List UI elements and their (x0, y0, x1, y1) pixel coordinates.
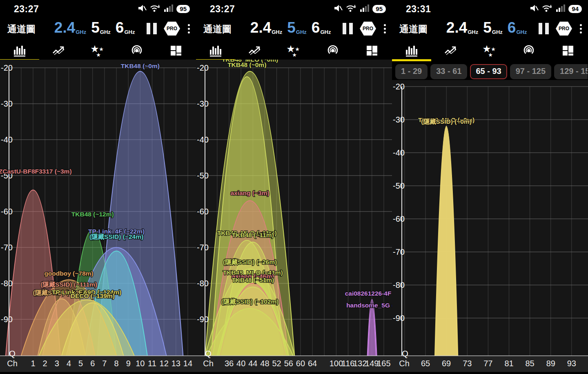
svg-text:★: ★ (292, 52, 297, 58)
svg-text:Q: Q (205, 349, 212, 358)
cellular-signal-icon (164, 4, 174, 14)
tab-rating[interactable]: ★★★ (78, 40, 118, 61)
tab-time-graph[interactable] (431, 40, 470, 61)
chip-33-61[interactable]: 33 - 61 (430, 64, 467, 79)
svg-text:-70: -70 (197, 243, 209, 252)
status-time: 23:27 (14, 4, 39, 15)
svg-text:★: ★ (295, 46, 300, 52)
svg-text:-30: -30 (393, 115, 405, 124)
pause-button[interactable] (343, 23, 353, 34)
band-6ghz[interactable]: 6GHz (312, 20, 331, 36)
svg-text:★: ★ (96, 52, 101, 58)
chip-65-93[interactable]: 65 - 93 (470, 64, 507, 79)
status-time: 23:31 (406, 4, 431, 15)
tab-time-graph[interactable] (39, 40, 78, 61)
svg-text:5: 5 (78, 359, 83, 368)
channel-graph-2_4ghz[interactable]: -20-30-40-50-60-70-80-90TKB48 (~0m)EZCas… (0, 60, 196, 374)
svg-text:85: 85 (526, 359, 535, 368)
channel-range-chips: 1 - 2933 - 6165 - 9397 - 125129 - 157161… (392, 61, 588, 82)
svg-text:56: 56 (284, 359, 293, 368)
wifi-icon (150, 4, 161, 14)
tab-channel-graph[interactable] (196, 40, 235, 61)
band-5ghz[interactable]: 5GHz (287, 20, 307, 36)
status-bar: 23:31 94 (392, 0, 588, 18)
tab-overview[interactable] (548, 40, 588, 61)
svg-text:52: 52 (272, 359, 281, 368)
svg-text:(隱藏SSID) (~0m): (隱藏SSID) (~0m) (421, 118, 472, 125)
band-5ghz[interactable]: 5GHz (91, 20, 111, 36)
tab-access-points[interactable] (313, 40, 352, 61)
band-2_4ghz[interactable]: 2.4GHz (54, 20, 86, 36)
svg-text:-20: -20 (393, 82, 405, 91)
tab-rating[interactable]: ★★★ (274, 40, 314, 61)
svg-text:7: 7 (102, 359, 107, 368)
panel-5ghz: 23:27 95 通道圖 2.4GHz 5GHz 6GHz PRO (196, 0, 392, 374)
tab-time-graph[interactable] (235, 40, 274, 61)
overflow-menu-button[interactable] (579, 23, 583, 34)
overflow-menu-button[interactable] (383, 23, 387, 34)
chip-97-125[interactable]: 97 - 125 (510, 64, 551, 79)
chip-1-29[interactable]: 1 - 29 (395, 64, 428, 79)
svg-text:13: 13 (172, 359, 180, 368)
svg-text:DECO (~139m): DECO (~139m) (71, 292, 115, 299)
band-selector: 2.4GHz 5GHz 6GHz (446, 20, 527, 36)
tab-overview[interactable] (156, 40, 196, 61)
svg-text:65: 65 (421, 359, 430, 368)
pro-badge[interactable]: PRO (556, 21, 572, 36)
svg-text:★: ★ (491, 46, 496, 52)
tab-rating[interactable]: ★★★ (470, 40, 510, 61)
band-6ghz[interactable]: 6GHz (508, 20, 527, 36)
svg-text:★: ★ (99, 46, 104, 52)
svg-text:77: 77 (483, 359, 492, 368)
tab-overview[interactable] (352, 40, 392, 61)
tab-access-points[interactable] (117, 40, 156, 61)
band-5ghz[interactable]: 5GHz (483, 20, 503, 36)
svg-text:(隱藏SSID) (~24m): (隱藏SSID) (~24m) (89, 233, 143, 240)
chip-129-157[interactable]: 129 - 157 (554, 64, 588, 79)
svg-text:60: 60 (296, 359, 305, 368)
tab-access-points[interactable] (509, 40, 548, 61)
svg-text:-80: -80 (393, 280, 405, 289)
svg-text:axiang (~3m): axiang (~3m) (230, 189, 269, 196)
svg-text:-60: -60 (1, 207, 13, 216)
battery-indicator: 95 (372, 5, 386, 13)
band-selector: 2.4GHz 5GHz 6GHz (54, 20, 135, 36)
svg-text:1: 1 (31, 359, 35, 368)
tab-channel-graph[interactable] (392, 40, 431, 61)
svg-text:Q: Q (9, 349, 16, 358)
overflow-menu-button[interactable] (187, 23, 191, 34)
svg-text:-30: -30 (1, 99, 13, 108)
svg-text:EZCastU-BF8F3317 (~3m): EZCastU-BF8F3317 (~3m) (0, 168, 72, 175)
channel-graph-6ghz[interactable]: -20-30-40-50-60-70-80-90TKB48_MLO (~0m)(… (392, 80, 588, 374)
tab-channel-graph[interactable] (0, 40, 39, 61)
cellular-signal-icon (556, 4, 566, 14)
wifi-icon (346, 4, 357, 14)
svg-text:2: 2 (43, 359, 47, 368)
mute-icon (137, 4, 147, 14)
svg-text:-20: -20 (197, 63, 209, 72)
pause-button[interactable] (147, 23, 157, 34)
tab-bar: ★★★ (392, 40, 588, 61)
svg-text:★: ★ (488, 52, 493, 58)
svg-text:11: 11 (148, 359, 156, 368)
band-6ghz[interactable]: 6GHz (116, 20, 135, 36)
svg-text:handsome_5G (~: handsome_5G (~ (346, 302, 392, 309)
active-tab-underline (392, 59, 431, 61)
svg-text:TKB48 (~51m): TKB48 (~51m) (232, 276, 274, 283)
channel-graph-5ghz[interactable]: -20-30-40-50-60-70-80-90TKB48_MLO (~0m)T… (196, 60, 392, 374)
page-title: 通道圖 (203, 23, 232, 36)
svg-text:36: 36 (225, 359, 234, 368)
band-2_4ghz[interactable]: 2.4GHz (250, 20, 282, 36)
svg-text:12: 12 (160, 359, 169, 368)
pro-badge[interactable]: PRO (164, 21, 180, 36)
svg-text:116: 116 (342, 359, 355, 368)
svg-text:-90: -90 (1, 315, 13, 324)
band-2_4ghz[interactable]: 2.4GHz (446, 20, 478, 36)
pause-button[interactable] (539, 23, 549, 34)
svg-text:44: 44 (248, 359, 257, 368)
pro-badge[interactable]: PRO (360, 21, 376, 36)
svg-text:Ch: Ch (399, 359, 410, 368)
svg-text:(隱藏SSID) (~102m): (隱藏SSID) (~102m) (221, 298, 279, 305)
panel-6ghz: 23:31 94 通道圖 2.4GHz 5GHz 6GHz PRO (392, 0, 588, 374)
svg-text:-90: -90 (197, 315, 209, 324)
